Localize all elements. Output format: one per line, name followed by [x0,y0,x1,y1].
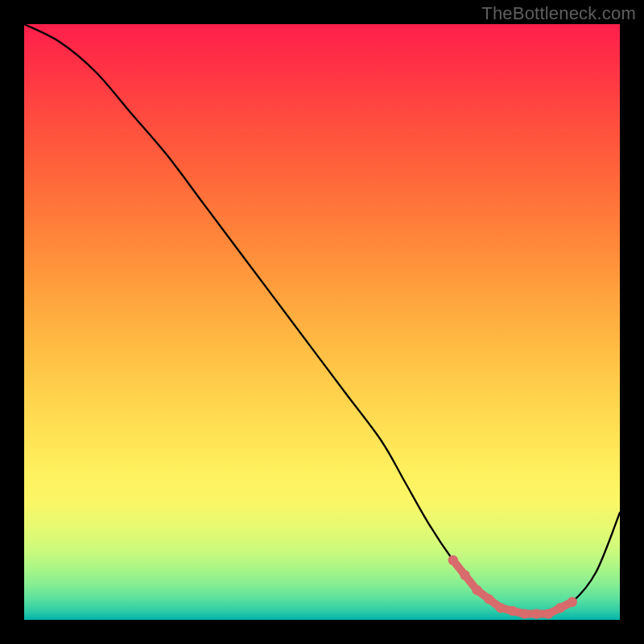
highlight-dot [519,609,529,618]
highlight-dot [484,594,493,604]
highlight-dot [448,555,458,565]
curve-svg [24,24,620,620]
chart-container: TheBottleneck.com [0,0,644,644]
watermark-text: TheBottleneck.com [481,3,636,24]
highlight-dot [508,606,518,616]
highlight-dot [568,597,577,607]
plot-area [24,24,620,620]
highlight-dot [472,585,481,595]
bottleneck-curve [24,24,620,615]
highlight-dot [460,570,469,580]
highlight-dot [531,609,541,618]
highlight-dot [555,603,565,613]
highlight-dot [496,603,506,613]
highlight-dot [543,609,553,618]
optimal-highlight [448,555,577,619]
